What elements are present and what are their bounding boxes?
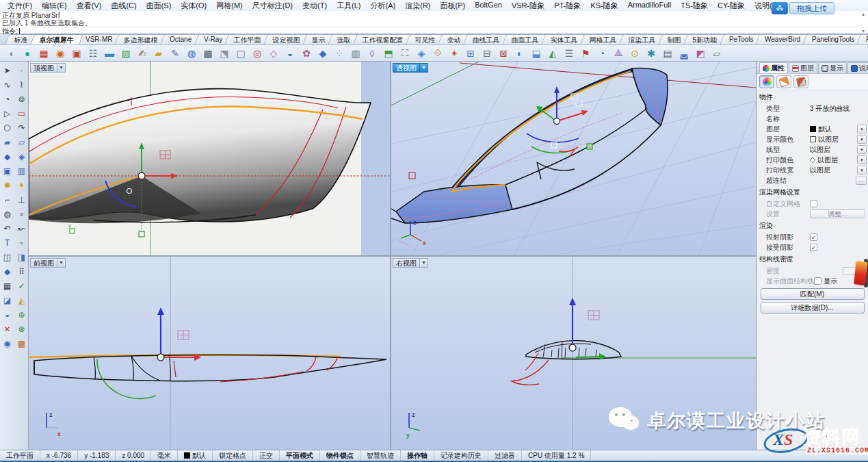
menu-item-2[interactable]: 查看(V) [72, 0, 107, 12]
toolbar-icon-39[interactable]: ✱ [644, 47, 659, 60]
sidebar-icon-12[interactable]: ◆ [1, 150, 14, 163]
status-cell-11[interactable]: 操作轴 [401, 450, 434, 461]
sidebar-icon-15[interactable]: ▥ [15, 164, 28, 177]
menu-item-4[interactable]: 曲面(S) [142, 0, 176, 12]
sidebar-icon-14[interactable]: ▣ [1, 164, 14, 177]
toolbar-icon-31[interactable]: ◐ [512, 47, 527, 60]
sidebar-icon-2[interactable]: ∿ [1, 78, 14, 91]
toolbar-tab-22[interactable]: PanelingTools [802, 34, 864, 44]
command-scrollbar[interactable]: ▲▼ [859, 12, 867, 34]
sidebar-icon-31[interactable]: ✓ [15, 279, 28, 292]
sidebar-icon-22[interactable]: ↶ [1, 222, 14, 235]
upload-icon[interactable]: ⁂ [772, 2, 788, 14]
toolbar-icon-36[interactable]: ◔ [594, 47, 609, 60]
toolbar-icon-19[interactable]: ◆ [315, 47, 330, 60]
adjust-button[interactable]: 调整... [810, 209, 865, 218]
toolbar-icon-9[interactable]: ▰ [151, 47, 166, 60]
status-cell-7[interactable]: 正交 [253, 450, 280, 461]
sidebar-icon-5[interactable]: ⊚ [15, 92, 28, 105]
menu-item-8[interactable]: 变动(T) [298, 0, 332, 12]
dropdown-button[interactable]: ▼ [857, 166, 867, 175]
dropdown-button[interactable]: ▼ [857, 145, 867, 154]
status-cell-1[interactable]: x -6.736 [40, 450, 78, 461]
chevron-down-icon[interactable]: ▼ [57, 258, 66, 268]
sidebar-icon-29[interactable]: ⠿ [15, 265, 28, 278]
viewport-right-label[interactable]: 右视图▼ [393, 258, 428, 268]
sidebar-icon-36[interactable]: ✕ [1, 322, 14, 335]
toolbar-icon-26[interactable]: ⟐ [430, 47, 445, 60]
sidebar-icon-30[interactable]: ▦ [1, 279, 14, 292]
status-cell-3[interactable]: z 0.000 [116, 450, 151, 461]
checkbox[interactable]: ✓ [810, 233, 817, 241]
sidebar-icon-38[interactable]: ◉ [1, 337, 14, 350]
toolbar-icon-22[interactable]: ◊ [365, 47, 380, 60]
toolbar-icon-29[interactable]: ⊟ [479, 47, 495, 60]
toolbar-icon-10[interactable]: ✎ [168, 47, 183, 60]
sidebar-icon-18[interactable]: ⌐ [1, 193, 14, 206]
status-cell-2[interactable]: y -1.183 [78, 450, 116, 461]
panel-tab-2[interactable]: 显示 [818, 62, 847, 73]
ellipsis-button[interactable]: … [856, 177, 867, 185]
status-cell-5[interactable]: 默认 [178, 450, 213, 461]
viewport-right[interactable]: z y 右视图▼ [391, 257, 756, 450]
menu-item-9[interactable]: 工具(L) [332, 0, 365, 12]
toolbar-icon-12[interactable]: ▩ [200, 47, 215, 60]
sidebar-icon-0[interactable]: ➤ [1, 64, 14, 77]
panel-tab-3[interactable]: 说明 [847, 62, 868, 73]
toolbar-icon-28[interactable]: ⊞ [463, 47, 478, 60]
toolbar-icon-5[interactable]: ☷ [86, 47, 101, 60]
status-cell-0[interactable]: 工作平面 [0, 450, 40, 461]
texture-page-button[interactable] [793, 75, 808, 88]
toolbar-icon-24[interactable]: ⛶ [397, 47, 412, 60]
dropdown-button[interactable]: ▼ [857, 135, 867, 144]
toolbar-icon-3[interactable]: ◉ [53, 47, 68, 60]
scroll-down-icon[interactable]: ▼ [861, 29, 866, 34]
toolbar-icon-25[interactable]: ◈ [414, 47, 429, 60]
toolbar-icon-16[interactable]: ◇ [266, 47, 281, 60]
toolbar-icon-33[interactable]: ◭ [545, 47, 560, 60]
toolbar-icon-41[interactable]: ◛ [676, 47, 692, 60]
chevron-down-icon[interactable]: ▼ [57, 63, 66, 73]
viewport-top[interactable]: y 顶视图▼ [29, 62, 390, 255]
checkbox[interactable] [810, 200, 817, 207]
sidebar-icon-10[interactable]: ▰ [1, 136, 14, 149]
checkbox[interactable] [814, 277, 821, 285]
status-cell-6[interactable]: 锁定格点 [213, 450, 253, 461]
toolbar-icon-40[interactable]: ▤ [660, 47, 675, 60]
toolbar-icon-30[interactable]: ⊠ [496, 47, 511, 60]
object-properties-page-button[interactable] [759, 75, 774, 88]
menu-item-16[interactable]: KS-随象 [586, 0, 622, 12]
menu-item-19[interactable]: CY-随象 [713, 0, 750, 12]
toolbar-icon-20[interactable]: ⁘ [332, 47, 347, 60]
menu-item-1[interactable]: 编辑(E) [37, 0, 72, 12]
chevron-down-icon[interactable]: ▼ [420, 63, 428, 73]
panel-tab-0[interactable]: 属性 [759, 62, 788, 73]
toolbar-icon-17[interactable]: ◒ [282, 47, 298, 60]
viewport-top-label[interactable]: 顶视图▼ [30, 63, 66, 73]
upload-button[interactable]: 拖拽上传 [789, 2, 834, 14]
toolbar-icon-13[interactable]: ⬔ [217, 47, 232, 60]
toolbar-icon-43[interactable]: ▱ [709, 47, 724, 60]
panel-tab-1[interactable]: 图层 [789, 62, 817, 73]
sidebar-icon-39[interactable]: ▩ [15, 337, 28, 350]
viewport-front[interactable]: z x 前视图▼ [29, 257, 390, 450]
sidebar-icon-21[interactable]: ∘ [15, 207, 28, 220]
sidebar-icon-34[interactable]: ◒ [1, 308, 14, 321]
sidebar-icon-37[interactable]: ⊗ [15, 322, 28, 335]
status-cell-13[interactable]: 过滤器 [488, 450, 522, 461]
viewport-perspective[interactable]: z x 透视图▼ [391, 62, 756, 255]
toolbar-icon-14[interactable]: ▢ [233, 47, 248, 60]
toolbar-icon-32[interactable]: ⬓ [529, 47, 544, 60]
sidebar-icon-28[interactable]: ◆ [1, 265, 14, 278]
toolbar-icon-23[interactable]: ⬒ [381, 47, 396, 60]
status-cell-12[interactable]: 记录建构历史 [434, 450, 488, 461]
dropdown-button[interactable]: ▼ [857, 125, 867, 133]
toolbar-icon-4[interactable]: ▣ [69, 47, 84, 60]
toolbar-icon-11[interactable]: ◍ [184, 47, 199, 60]
toolbar-icon-0[interactable]: ◖ [3, 47, 18, 60]
menu-item-11[interactable]: 渲染(R) [400, 0, 435, 12]
sidebar-icon-23[interactable]: ↜ [15, 222, 28, 235]
menu-item-0[interactable]: 文件(F) [3, 0, 37, 12]
sidebar-icon-17[interactable]: ✦ [15, 179, 28, 192]
sidebar-icon-16[interactable]: ✺ [1, 179, 14, 192]
